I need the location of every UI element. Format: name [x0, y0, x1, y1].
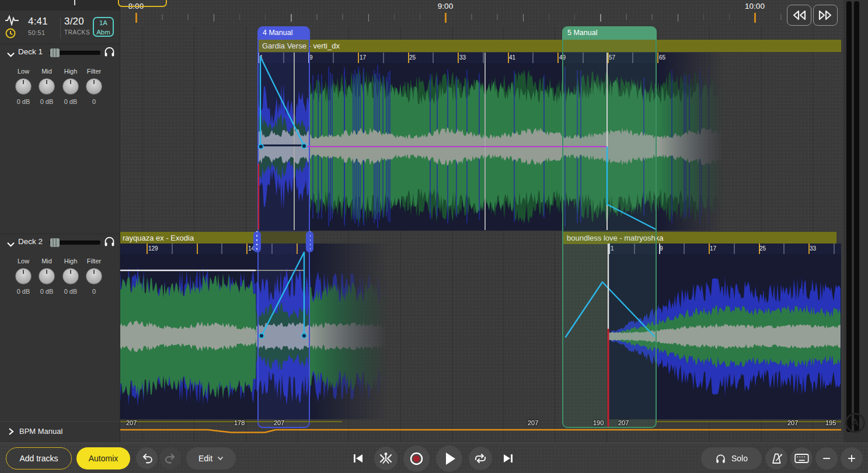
knob-label: Filter	[81, 258, 107, 265]
knob-dial[interactable]	[62, 78, 79, 95]
fast-forward-icon	[817, 9, 834, 21]
knob-dial[interactable]	[86, 268, 102, 284]
knob-low: Low0 dB	[11, 68, 36, 105]
zoom-in-button[interactable]: +	[841, 447, 863, 469]
beat-tick	[734, 244, 735, 254]
knob-dial[interactable]	[39, 78, 55, 95]
level-meter-2	[854, 1, 859, 432]
beat-tick	[433, 53, 434, 63]
metronome-button[interactable]	[765, 447, 787, 469]
knob-dial[interactable]	[86, 78, 102, 95]
beat-tick	[221, 244, 222, 254]
track-titlebar-deck1[interactable]: Gardia Verse - verti_dx	[257, 40, 841, 52]
skip-to-end-icon	[502, 452, 515, 465]
beat-tick	[172, 244, 173, 254]
metronome-icon	[770, 452, 783, 465]
automix-editor-window: 8:009:0010:00 Gardia Verse - verti_dx ra…	[0, 0, 868, 473]
chevron-right-icon	[8, 427, 15, 436]
solo-button[interactable]: Solo	[701, 447, 762, 469]
record-button[interactable]	[403, 446, 430, 472]
slider-handle[interactable]	[50, 238, 60, 247]
session-info-row: 4:41 50:51 3/20 TRACKS 1A Abm	[0, 11, 120, 44]
transition-label-5[interactable]: 5 Manual	[562, 26, 657, 40]
waveform-deck1[interactable]	[257, 63, 841, 231]
knob-dial[interactable]	[15, 78, 32, 95]
zoom-out-button[interactable]: −	[815, 447, 838, 469]
key-badge[interactable]: 1A Abm	[93, 17, 114, 37]
deck-panel-1: Deck 1Low0 dBMid0 dBHigh0 dBFilter0	[0, 44, 120, 232]
bpm-manual-row[interactable]: BPM Manual	[0, 421, 120, 443]
bpm-value: 195	[825, 419, 836, 426]
skip-to-start-button[interactable]	[351, 452, 364, 465]
automix-label: Automix	[89, 454, 118, 463]
beat-tick	[383, 53, 384, 63]
knob-dial[interactable]	[62, 268, 79, 284]
redo-button[interactable]	[159, 447, 181, 469]
timeline-area[interactable]: 8:009:0010:00 Gardia Verse - verti_dx ra…	[120, 0, 843, 443]
rewind-button[interactable]	[787, 5, 811, 26]
elapsed-time: 4:41	[28, 16, 48, 27]
skip-to-end-button[interactable]	[502, 452, 515, 465]
undo-icon	[140, 451, 154, 465]
level-meter-rail: A	[843, 0, 868, 443]
beat-number: 25	[409, 54, 416, 61]
track-titlebar-deck2-left[interactable]: rayquaza ex - Exodia	[120, 232, 257, 244]
minor-tick	[497, 14, 498, 20]
chevron-down-icon	[217, 456, 224, 461]
undo-button[interactable]	[136, 447, 158, 469]
transition-label-4[interactable]: 4 Manual	[257, 26, 310, 40]
deck-collapse-toggle[interactable]	[6, 239, 15, 250]
deck-collapse-toggle[interactable]	[6, 50, 15, 60]
play-button[interactable]	[436, 446, 462, 472]
edit-menu-button[interactable]: Edit	[186, 447, 236, 469]
transition-body-5[interactable]	[562, 40, 657, 428]
minimap-strip[interactable]	[0, 0, 120, 11]
knob-dial[interactable]	[39, 268, 55, 284]
transition-region-4[interactable]: 4 Manual	[257, 26, 310, 40]
waveform-icon	[5, 15, 20, 26]
beat-number: 41	[509, 54, 515, 61]
minor-tick	[574, 14, 576, 20]
deck-volume-slider[interactable]	[50, 51, 100, 55]
fast-forward-button[interactable]	[813, 5, 838, 26]
knob-mid: Mid0 dB	[34, 68, 60, 105]
time-label: 9:00	[438, 2, 453, 11]
chevron-down-icon	[6, 51, 15, 58]
bottom-toolbar: Add tracks Automix Edit	[0, 443, 868, 473]
minimap-viewport[interactable]	[118, 0, 167, 7]
add-tracks-button[interactable]: Add tracks	[6, 447, 72, 469]
deck-cue-button[interactable]	[103, 46, 116, 60]
knob-low: Low0 dB	[11, 258, 36, 295]
minimap-tick	[74, 0, 75, 5]
minor-tick	[471, 14, 472, 20]
knob-label: Mid	[34, 258, 60, 265]
deck-volume-slider[interactable]	[50, 241, 100, 245]
keyboard-button[interactable]	[790, 447, 813, 469]
repeat-icon	[473, 451, 488, 466]
knob-value: 0 dB	[34, 288, 60, 295]
knob-label: High	[58, 68, 83, 75]
knob-mid: Mid0 dB	[34, 258, 60, 295]
sidebar: 4:41 50:51 3/20 TRACKS 1A Abm Deck 1Low0…	[0, 0, 120, 443]
automix-button[interactable]: Automix	[76, 447, 130, 469]
plus-icon: +	[848, 450, 856, 467]
transition-body-4[interactable]	[257, 40, 310, 428]
tracks-label: TRACKS	[64, 29, 90, 36]
clock-icon	[5, 27, 16, 39]
solo-label: Solo	[731, 454, 748, 463]
play-icon	[436, 446, 462, 472]
minor-tick	[162, 14, 163, 20]
deck-cue-button[interactable]	[103, 235, 116, 250]
knob-value: 0 dB	[58, 98, 83, 105]
mic-arrows-button[interactable]	[374, 447, 398, 470]
transition-region-5[interactable]: 5 Manual	[562, 26, 657, 40]
minus-icon: −	[822, 450, 831, 467]
minor-tick	[316, 14, 318, 20]
loop-button[interactable]	[469, 447, 492, 470]
beat-number: 17	[360, 54, 366, 61]
knob-dial[interactable]	[15, 268, 32, 284]
waveform-deck2[interactable]	[120, 254, 841, 419]
slider-handle[interactable]	[50, 48, 60, 57]
beat-number: 33	[810, 245, 816, 252]
time-label: 10:00	[745, 2, 765, 11]
